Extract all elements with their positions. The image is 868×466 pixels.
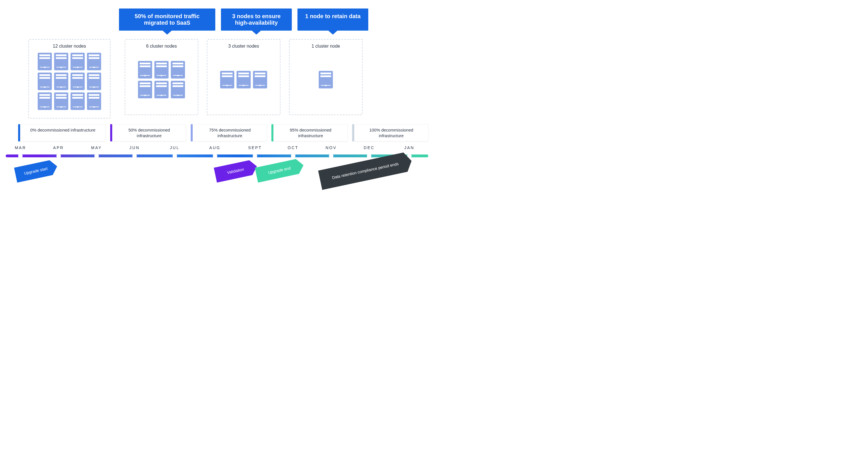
bar-label: 50% decommissioned infrastructure (112, 124, 186, 141)
bar-0pct: 0% decommissioned infrastructure (18, 124, 106, 141)
server-icon (171, 81, 185, 98)
server-icon (154, 81, 168, 98)
server-grid (213, 53, 275, 107)
server-icon (237, 71, 251, 88)
server-icon (70, 72, 85, 90)
flag-upgrade-end: Upgrade end (255, 157, 305, 182)
bar-accent (110, 124, 112, 141)
callout-row: 50% of monitored traffic migrated to Saa… (119, 8, 428, 31)
server-row (220, 71, 267, 88)
month-label: MAR (15, 145, 26, 150)
cluster-stages-row: 12 cluster nodes 6 cluster nodes 3 clust… (28, 39, 428, 118)
server-icon (253, 71, 267, 88)
server-icon (54, 92, 68, 110)
bar-label: 75% decommissioned infrastructure (193, 124, 267, 141)
month-label: JUN (129, 145, 140, 150)
bar-95pct: 95% decommissioned infrastructure (271, 124, 348, 141)
migration-timeline-diagram: 50% of monitored traffic migrated to Saa… (6, 8, 428, 213)
stage-title: 1 cluster node (294, 43, 357, 49)
server-icon (70, 92, 85, 110)
month-label: AUG (209, 145, 220, 150)
timeline-tick (132, 154, 137, 158)
month-label: NOV (326, 145, 337, 150)
decommission-bars: 0% decommissioned infrastructure 50% dec… (18, 124, 428, 141)
server-icon (154, 61, 168, 79)
month-label: JAN (404, 145, 414, 150)
stage-title: 3 cluster nodes (213, 43, 275, 49)
timeline-tick (253, 154, 257, 158)
stage-1-node: 1 cluster node (289, 39, 363, 115)
bar-accent (18, 124, 20, 141)
timeline-tick (291, 154, 296, 158)
flag-validation: Validation (214, 159, 258, 182)
timeline-tick (213, 154, 217, 158)
server-row (38, 92, 101, 110)
server-icon (138, 61, 152, 79)
bar-50pct: 50% decommissioned infrastructure (110, 124, 186, 141)
timeline-tick (329, 154, 334, 158)
server-icon (171, 61, 185, 79)
server-icon (54, 72, 68, 90)
timeline-tick (56, 154, 61, 158)
server-icon (87, 92, 101, 110)
bar-accent (191, 124, 193, 141)
bar-75pct: 75% decommissioned infrastructure (191, 124, 267, 141)
callout-retain-data: 1 node to retain data (298, 8, 368, 31)
timeline-tick (367, 154, 371, 158)
stage-12-nodes: 12 cluster nodes (28, 39, 111, 118)
stage-6-nodes: 6 cluster nodes (125, 39, 198, 115)
server-icon (54, 53, 68, 70)
bar-label: 100% decommissioned infrastructure (354, 124, 428, 141)
timeline-tick (18, 154, 23, 158)
server-grid (34, 53, 105, 110)
flag-upgrade-start: Upgrade start (14, 159, 59, 182)
stage-title: 6 cluster nodes (130, 43, 193, 49)
server-row (38, 53, 101, 70)
stage-title: 12 cluster nodes (34, 43, 105, 49)
stage-3-nodes: 3 cluster nodes (207, 39, 280, 115)
server-row (138, 61, 185, 79)
server-icon (87, 53, 101, 70)
server-row (319, 71, 333, 88)
month-label: MAY (91, 145, 102, 150)
milestone-flags: Upgrade start Validation Upgrade end Dat… (6, 165, 428, 213)
callout-traffic-migrated: 50% of monitored traffic migrated to Saa… (119, 8, 215, 31)
server-row (138, 81, 185, 98)
server-icon (87, 72, 101, 90)
month-label: DEC (364, 145, 375, 150)
server-icon (220, 71, 234, 88)
bar-label: 95% decommissioned infrastructure (273, 124, 348, 141)
server-row (38, 72, 101, 90)
month-label: OCT (287, 145, 299, 150)
server-icon (319, 71, 333, 88)
timeline-tick (94, 154, 99, 158)
bar-accent (271, 124, 273, 141)
server-icon (70, 53, 85, 70)
server-icon (38, 92, 52, 110)
month-label: JUL (170, 145, 180, 150)
callout-high-availability: 3 nodes to ensure high-availability (221, 8, 292, 31)
month-label: APR (53, 145, 64, 150)
bar-label: 0% decommissioned infrastructure (20, 124, 106, 141)
server-grid (294, 53, 357, 107)
timeline-track (6, 154, 428, 157)
timeline-tick (173, 154, 177, 158)
server-icon (38, 53, 52, 70)
server-grid (130, 53, 193, 107)
month-label: SEPT (248, 145, 262, 150)
server-icon (138, 81, 152, 98)
server-icon (38, 72, 52, 90)
bar-100pct: 100% decommissioned infrastructure (352, 124, 428, 141)
month-labels: MARAPRMAYJUNJULAUGSEPTOCTNOVDECJAN (6, 145, 428, 152)
bar-accent (352, 124, 354, 141)
